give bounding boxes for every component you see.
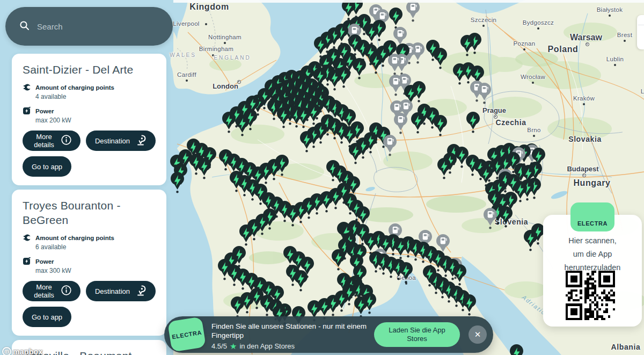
charging-points-value: 6 available [35,243,156,251]
charging-station-pin[interactable] [299,131,314,155]
charging-station-pin[interactable] [437,157,451,182]
destination-pin-icon [135,135,147,147]
collapsed-right-panel[interactable] [637,15,644,49]
charging-points-label: Amount of charging points [35,235,114,241]
charging-station-pin[interactable] [411,112,425,136]
charging-station-pin[interactable] [276,106,291,131]
charging-station-pin[interactable] [462,294,477,318]
qr-instruction-line: Hier scannen, [543,234,642,248]
search-input[interactable] [37,22,159,31]
more-details-button[interactable]: More details [23,281,80,301]
go-to-app-button[interactable]: Go to app [23,156,71,177]
rating-value: 4.5/5 [211,342,227,350]
destination-button[interactable]: Destination [86,281,156,301]
power-icon [23,257,31,265]
station-card: Troyes Bouranton - BeGreen Amount of cha… [12,190,166,336]
power-label: Power [35,258,54,265]
charging-station-pin[interactable] [523,229,538,253]
charging-station-pin[interactable] [369,52,383,76]
charging-station-pin[interactable] [452,63,467,87]
electra-badge: ELECTRA [570,202,614,231]
info-icon [61,285,71,297]
qr-download-panel: ELECTRA Hier scannen,um die Appherunterz… [543,215,642,327]
mapbox-circle-icon: m [2,347,11,355]
search-bar[interactable] [5,7,173,46]
plug-icon [23,234,31,242]
qr-code [566,271,615,320]
station-card: Saint-Dizier - Del Arte Amount of chargi… [12,54,166,185]
charging-points-label: Amount of charging points [35,84,114,91]
planned-station-pin[interactable] [483,207,497,231]
more-details-label: More details [32,283,56,299]
rating-suffix: in den App Stores [239,342,295,350]
info-icon [61,135,71,147]
app-promo-banner: ELECTRA Finden Sie alle unsere Stationen… [164,316,493,353]
destination-pin-icon [135,285,147,298]
download-app-button[interactable]: Laden Sie die App Stores [374,322,460,347]
mapbox-logo[interactable]: m mapbox [2,347,42,355]
qr-instruction-line: um die App [543,248,642,261]
star-icon: ★ [230,343,237,350]
charging-station-pin[interactable] [399,262,413,286]
power-value: max 200 kW [35,117,156,124]
planned-station-pin[interactable] [393,112,408,136]
plug-icon [23,83,31,91]
charging-station-pin[interactable] [170,171,185,195]
electra-logo-text: ELECTRA [171,329,202,340]
charging-station-pin[interactable] [197,157,211,182]
destination-button[interactable]: Destination [86,131,156,151]
go-to-app-button[interactable]: Go to app [23,307,71,327]
charging-station-pin[interactable] [433,47,448,71]
charging-station-pin[interactable] [222,111,236,135]
electra-logo-text: ELECTRA [577,220,608,227]
station-card-list: Saint-Dizier - Del Arte Amount of chargi… [12,54,166,355]
destination-label: Destination [95,287,130,295]
charging-station-pin[interactable] [286,205,300,229]
more-details-button[interactable]: More details [23,131,80,151]
charging-station-pin[interactable] [327,69,342,93]
charging-station-pin[interactable] [331,249,346,273]
app-viewport: United KingdomLiverpoolNottinghamBirming… [0,0,644,355]
map-top-edge [173,0,644,3]
planned-station-pin[interactable] [383,134,397,158]
charging-station-pin[interactable] [460,34,474,59]
go-to-app-label: Go to app [32,163,62,171]
electra-badge-tilted: ELECTRA [167,316,206,352]
planned-station-pin[interactable] [389,74,403,98]
charging-station-pin[interactable] [499,206,513,230]
qr-instructions: Hier scannen,um die Appherunterzuladen [543,234,642,274]
station-title: Saint-Dizier - Del Arte [23,62,156,77]
search-icon [19,20,30,33]
charging-station-pin[interactable] [294,270,308,294]
charging-station-pin[interactable] [348,142,363,166]
charging-station-pin[interactable] [239,224,253,248]
power-icon [23,107,31,115]
more-details-label: More details [32,133,56,149]
planned-station-pin[interactable] [477,82,492,106]
planned-station-pin[interactable] [406,0,420,24]
close-icon[interactable]: ✕ [469,325,487,344]
charging-station-pin[interactable] [235,114,250,139]
charging-station-pin[interactable] [433,114,448,139]
mapbox-wordmark: mapbox [13,347,42,355]
go-to-app-label: Go to app [32,313,62,321]
charging-station-pin[interactable] [509,344,524,355]
station-title: Troyes Bouranton - BeGreen [23,198,156,227]
destination-label: Destination [95,137,130,145]
power-label: Power [35,108,54,114]
power-value: max 300 kW [35,267,156,274]
charging-station-pin[interactable] [466,111,480,135]
charging-points-value: 4 available [35,93,156,100]
charging-station-pin[interactable] [352,57,367,82]
